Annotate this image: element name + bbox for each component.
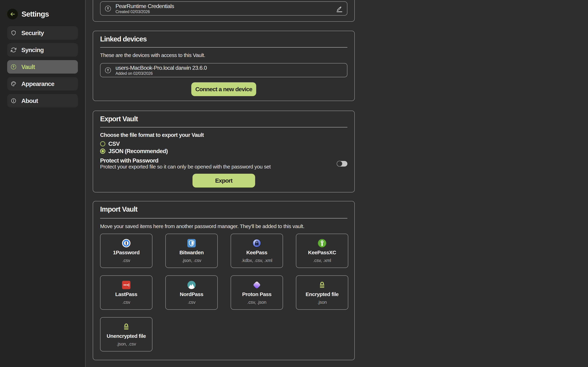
connect-new-device-button[interactable]: Connect a new device	[191, 82, 256, 96]
import-protonpass-tile[interactable]: Proton Pass .csv, .json	[231, 275, 283, 310]
provider-name: Proton Pass	[242, 291, 271, 297]
settings-page: Settings Security S	[0, 0, 588, 367]
edit-vault-button[interactable]	[335, 5, 343, 13]
provider-name: Unencrypted file	[107, 333, 146, 339]
vault-credentials-row: PearRuntime Credentials Created 02/03/20…	[100, 1, 347, 16]
vault-created-date: Created 02/03/2026	[115, 9, 330, 14]
bitwarden-icon	[187, 239, 196, 248]
radio-csv-unchecked[interactable]	[100, 141, 105, 146]
back-button[interactable]	[7, 9, 18, 19]
import-keepass-tile[interactable]: KeePass .kdbx, .csv, .xml	[231, 234, 283, 268]
divider	[100, 47, 347, 48]
sidebar-item-label: Syncing	[21, 47, 44, 53]
sidebar-item-appearance[interactable]: Appearance	[7, 77, 78, 91]
radio-option-json[interactable]: JSON (Recommended)	[100, 148, 347, 155]
import-providers-grid: 1Password .csv Bitwarden .json, .csv	[100, 234, 347, 351]
import-keepassxc-tile[interactable]: KeePassXC .csv, .xml	[296, 234, 348, 268]
palette-icon	[11, 81, 17, 87]
sidebar-item-label: About	[21, 97, 38, 104]
radio-csv-label: CSV	[108, 141, 120, 147]
import-vault-description: Move your saved items here from another …	[100, 223, 347, 229]
linked-devices-description: These are the devices with access to thi…	[100, 52, 347, 58]
sidebar-item-syncing[interactable]: Syncing	[7, 43, 78, 57]
export-vault-card: Export Vault Choose the file format to e…	[93, 111, 355, 192]
sidebar-header: Settings	[7, 9, 78, 19]
export-button[interactable]: Export	[192, 174, 255, 188]
keepass-icon	[252, 239, 261, 248]
provider-formats: .json, .csv	[182, 258, 201, 263]
import-unencrypted-file-tile[interactable]: Unencrypted file .json, .csv	[100, 317, 152, 351]
key-badge-icon	[105, 6, 111, 12]
radio-json-checked[interactable]	[100, 149, 105, 154]
unencrypted-lock-icon	[122, 322, 130, 331]
provider-formats: .csv, .json	[247, 300, 266, 305]
arrow-left-icon	[9, 11, 16, 18]
provider-name: KeePass	[246, 250, 267, 256]
import-1password-tile[interactable]: 1Password .csv	[100, 234, 152, 268]
provider-name: 1Password	[113, 250, 139, 256]
radio-option-csv[interactable]: CSV	[100, 140, 347, 148]
vault-name: PearRuntime Credentials	[115, 3, 330, 9]
vault-key-icon	[11, 64, 17, 70]
keepassxc-icon	[318, 239, 326, 248]
sidebar-item-label: Vault	[21, 63, 35, 70]
protect-text: Protect with Password Protect your expor…	[100, 158, 337, 170]
import-lastpass-tile[interactable]: LastPass .csv	[100, 275, 152, 310]
provider-name: Encrypted file	[306, 291, 339, 297]
provider-formats: .kdbx, .csv, .xml	[241, 258, 272, 263]
export-vault-title: Export Vault	[100, 115, 347, 123]
import-vault-title: Import Vault	[100, 205, 347, 213]
protect-description: Protect your exported file so it can onl…	[100, 164, 337, 170]
provider-formats: .csv	[122, 258, 130, 263]
edit-pencil-icon	[335, 5, 343, 13]
main-content: PearRuntime Credentials Created 02/03/20…	[86, 0, 588, 367]
device-row: users-MacBook-Pro.local darwin 23.6.0 Ad…	[100, 63, 347, 77]
provider-formats: .csv, .xml	[313, 258, 331, 263]
provider-name: LastPass	[115, 291, 137, 297]
sidebar: Settings Security S	[0, 0, 86, 367]
provider-formats: .csv	[188, 300, 196, 305]
protect-title: Protect with Password	[100, 158, 337, 164]
sidebar-nav: Security Syncing	[7, 26, 78, 108]
provider-formats: .json	[318, 300, 327, 305]
sidebar-item-about[interactable]: About	[7, 94, 78, 108]
device-text: users-MacBook-Pro.local darwin 23.6.0 Ad…	[115, 65, 343, 76]
sidebar-item-label: Security	[21, 30, 44, 36]
provider-name: Bitwarden	[179, 250, 204, 256]
encrypted-lock-icon	[318, 281, 326, 289]
device-key-icon	[105, 67, 111, 73]
provider-formats: .csv	[122, 300, 130, 305]
import-bitwarden-tile[interactable]: Bitwarden .json, .csv	[165, 234, 218, 268]
sidebar-item-vault[interactable]: Vault	[7, 60, 78, 74]
protect-password-toggle[interactable]	[337, 161, 347, 167]
lastpass-icon	[122, 281, 130, 289]
format-label: Choose the file format to export your Va…	[100, 132, 347, 138]
divider	[100, 218, 347, 218]
linked-devices-title: Linked devices	[100, 35, 347, 43]
1password-icon	[122, 239, 130, 248]
sidebar-item-label: Appearance	[21, 80, 54, 87]
divider	[100, 127, 347, 127]
device-added-date: Added on 02/03/2026	[115, 71, 343, 76]
provider-name: KeePassXC	[308, 250, 336, 256]
shield-icon	[11, 30, 17, 36]
vault-info-card: PearRuntime Credentials Created 02/03/20…	[93, 0, 355, 22]
toggle-knob	[337, 161, 343, 167]
linked-devices-card: Linked devices These are the devices wit…	[93, 31, 355, 101]
page-title: Settings	[22, 10, 49, 18]
vault-credentials-text: PearRuntime Credentials Created 02/03/20…	[115, 3, 330, 14]
provider-formats: .json, .csv	[117, 341, 136, 347]
import-encrypted-file-tile[interactable]: Encrypted file .json	[296, 275, 348, 310]
import-nordpass-tile[interactable]: NordPass .csv	[165, 275, 218, 310]
provider-name: NordPass	[180, 291, 203, 297]
nordpass-icon	[187, 281, 196, 289]
radio-json-label: JSON (Recommended)	[108, 148, 168, 154]
protect-with-password-row: Protect with Password Protect your expor…	[100, 158, 347, 170]
main-column: PearRuntime Credentials Created 02/03/20…	[93, 0, 355, 360]
device-name: users-MacBook-Pro.local darwin 23.6.0	[115, 65, 343, 71]
sidebar-item-security[interactable]: Security	[7, 26, 78, 40]
info-icon	[11, 98, 17, 104]
protonpass-icon	[252, 281, 261, 289]
import-vault-card: Import Vault Move your saved items here …	[93, 201, 355, 360]
sync-icon	[11, 47, 17, 53]
